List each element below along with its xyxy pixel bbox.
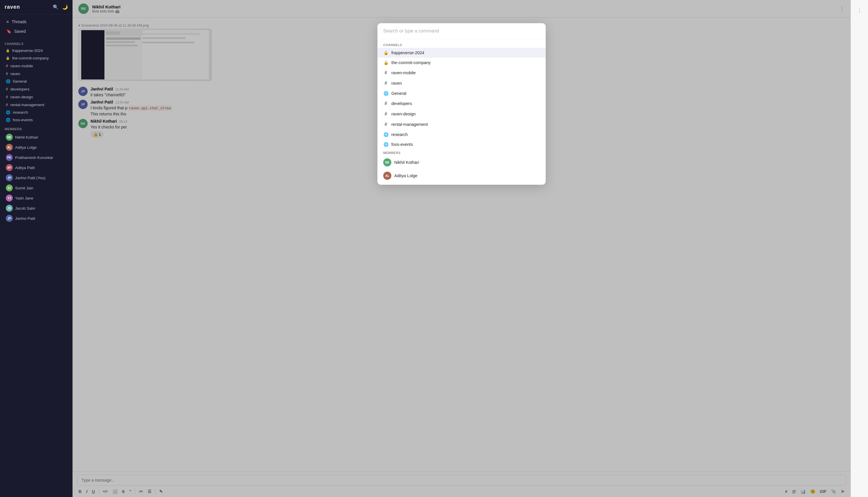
sidebar-item-saved[interactable]: 🔖 Saved bbox=[2, 27, 71, 36]
hash-icon: # bbox=[6, 63, 8, 68]
cp-channel-item-the-commit-company[interactable]: 🔒the-commit-company bbox=[377, 58, 546, 68]
cp-channel-item-raven-design[interactable]: #raven-design bbox=[377, 109, 546, 119]
channel-label: General bbox=[13, 79, 27, 84]
member-label: Prathamesh Kurunkar bbox=[15, 155, 53, 160]
cp-channel-item-general[interactable]: 🌐General bbox=[377, 88, 546, 98]
cp-channel-item-raven[interactable]: #raven bbox=[377, 78, 546, 88]
sidebar-channels-list: 🔒frappeverse-2024🔒the-commit-company#rav… bbox=[0, 47, 72, 124]
main-content: NK Nikhil Kothari Bots bots bots 🤖 ⋮ ▾ S… bbox=[72, 0, 851, 497]
sidebar-member-item-janhvi-patil[interactable]: JPJanhvi Patil (You) bbox=[1, 173, 71, 183]
lock-icon: 🔒 bbox=[6, 49, 10, 53]
search-icon[interactable]: 🔍 bbox=[53, 4, 59, 10]
member-label: Aditya Lolge bbox=[15, 145, 37, 150]
cp-channel-label: developers bbox=[391, 101, 412, 106]
sidebar-member-item-janhvi-patil2[interactable]: JPJanhvi Patil bbox=[1, 213, 71, 223]
command-palette-overlay: Channels 🔒frappeverse-2024🔒the-commit-co… bbox=[72, 0, 851, 497]
hash-icon: # bbox=[6, 71, 8, 76]
cp-member-item-aditya-lolge[interactable]: ALAditya Lolge bbox=[377, 169, 546, 182]
avatar: AL bbox=[383, 172, 391, 180]
hash-icon: # bbox=[383, 111, 389, 116]
members-section-label: Members bbox=[0, 124, 72, 132]
right-panel: ⋮ bbox=[851, 0, 868, 497]
lock-icon: 🔒 bbox=[383, 60, 389, 65]
sidebar-member-item-yash-jane[interactable]: YJYash Jane bbox=[1, 193, 71, 203]
globe-icon: 🌐 bbox=[383, 91, 389, 96]
cp-channel-item-raven-mobile[interactable]: #raven-mobile bbox=[377, 68, 546, 78]
right-panel-more-icon[interactable]: ⋮ bbox=[855, 5, 865, 16]
sidebar-item-threads[interactable]: ≡ Threads bbox=[2, 17, 71, 26]
cp-channel-label: General bbox=[391, 91, 406, 96]
cp-channel-label: raven bbox=[391, 81, 402, 86]
globe-icon: 🌐 bbox=[6, 118, 11, 122]
hash-icon: # bbox=[383, 101, 389, 106]
sidebar-channel-item-foss-events[interactable]: 🌐foss-events bbox=[1, 116, 71, 124]
sidebar-channel-item-general[interactable]: 🌐General bbox=[1, 78, 71, 85]
sidebar-channel-item-research[interactable]: 🌐research bbox=[1, 109, 71, 116]
member-label: Sumit Jain bbox=[15, 186, 33, 190]
hash-icon: # bbox=[383, 122, 389, 127]
channel-label: developers bbox=[11, 87, 30, 91]
cp-channel-label: frappeverse-2024 bbox=[391, 51, 424, 55]
channel-label: rental-management bbox=[11, 103, 44, 107]
sidebar-member-item-aditya-lolge[interactable]: ALAditya Lolge bbox=[1, 142, 71, 152]
sidebar-member-item-sumit-jain[interactable]: SJSumit Jain bbox=[1, 183, 71, 193]
command-palette: Channels 🔒frappeverse-2024🔒the-commit-co… bbox=[377, 23, 546, 185]
hash-icon: # bbox=[383, 81, 389, 86]
cp-member-label: Aditya Lolge bbox=[394, 173, 418, 178]
avatar: JP bbox=[6, 174, 13, 181]
sidebar-saved-label: Saved bbox=[14, 29, 26, 34]
sidebar-header-icons: 🔍 🌙 bbox=[53, 4, 68, 10]
cp-channel-item-developers[interactable]: #developers bbox=[377, 98, 546, 109]
saved-icon: 🔖 bbox=[6, 29, 11, 34]
member-label: Yash Jane bbox=[15, 196, 33, 200]
avatar: PK bbox=[6, 154, 13, 161]
avatar: YJ bbox=[6, 195, 13, 201]
globe-icon: 🌐 bbox=[383, 132, 389, 137]
globe-icon: 🌐 bbox=[6, 79, 11, 84]
command-palette-search bbox=[377, 23, 546, 39]
lock-icon: 🔒 bbox=[6, 56, 10, 60]
sidebar: raven 🔍 🌙 ≡ Threads 🔖 Saved Channels 🔒fr… bbox=[0, 0, 72, 497]
member-label: Janhvi Patil bbox=[15, 216, 35, 221]
avatar: NK bbox=[6, 134, 13, 141]
cp-channel-item-foss-events[interactable]: 🌐foss-events bbox=[377, 140, 546, 149]
command-palette-body: Channels 🔒frappeverse-2024🔒the-commit-co… bbox=[377, 39, 546, 185]
member-label: Jacob Salvi bbox=[15, 206, 35, 211]
app-logo: raven bbox=[5, 4, 20, 10]
sidebar-channel-item-developers[interactable]: #developers bbox=[1, 85, 71, 93]
theme-toggle-icon[interactable]: 🌙 bbox=[62, 4, 68, 10]
channel-label: research bbox=[13, 110, 28, 115]
sidebar-channel-item-raven-mobile[interactable]: #raven-mobile bbox=[1, 62, 71, 70]
threads-icon: ≡ bbox=[6, 19, 9, 24]
cp-channel-label: research bbox=[391, 132, 408, 137]
cp-member-item-nikhil-kothari[interactable]: NKNikhil Kothari bbox=[377, 156, 546, 169]
sidebar-threads-label: Threads bbox=[12, 19, 26, 24]
avatar: AL bbox=[6, 144, 13, 151]
sidebar-member-item-prathamesh-kurunkar[interactable]: PKPrathamesh Kurunkar bbox=[1, 153, 71, 162]
cp-channels-label: Channels bbox=[377, 41, 546, 48]
sidebar-channel-item-raven-design[interactable]: #raven-design bbox=[1, 93, 71, 101]
sidebar-channel-item-rental-management[interactable]: #rental-management bbox=[1, 101, 71, 109]
cp-member-label: Nikhil Kothari bbox=[394, 160, 419, 165]
sidebar-channel-item-the-commit-company[interactable]: 🔒the-commit-company bbox=[1, 55, 71, 62]
sidebar-member-item-aditya-patil[interactable]: APAditya Patil bbox=[1, 163, 71, 172]
sidebar-channel-item-raven[interactable]: #raven bbox=[1, 70, 71, 77]
avatar: SJ bbox=[6, 184, 13, 191]
hash-icon: # bbox=[383, 70, 389, 75]
sidebar-header: raven 🔍 🌙 bbox=[0, 0, 72, 14]
sidebar-member-item-jacob-salvi[interactable]: JSJacob Salvi bbox=[1, 203, 71, 213]
cp-members-label: Members bbox=[377, 149, 546, 156]
member-label: Aditya Patil bbox=[15, 166, 35, 170]
sidebar-member-item-nikhil-kothari[interactable]: NKNikhil Kothari bbox=[1, 132, 71, 142]
cp-channel-label: raven-mobile bbox=[391, 70, 416, 75]
avatar: JP bbox=[6, 215, 13, 222]
cp-channel-item-research[interactable]: 🌐research bbox=[377, 130, 546, 140]
cp-channels-list: 🔒frappeverse-2024🔒the-commit-company#rav… bbox=[377, 48, 546, 149]
cp-channel-item-rental-management[interactable]: #rental-management bbox=[377, 119, 546, 130]
command-palette-input[interactable] bbox=[383, 28, 540, 34]
cp-channel-label: rental-management bbox=[391, 122, 428, 127]
avatar: AP bbox=[6, 164, 13, 171]
cp-channel-label: the-commit-company bbox=[391, 60, 431, 65]
cp-channel-item-frappeverse-2024[interactable]: 🔒frappeverse-2024 bbox=[377, 48, 546, 58]
sidebar-channel-item-frappeverse-2024[interactable]: 🔒frappeverse-2024 bbox=[1, 47, 71, 54]
